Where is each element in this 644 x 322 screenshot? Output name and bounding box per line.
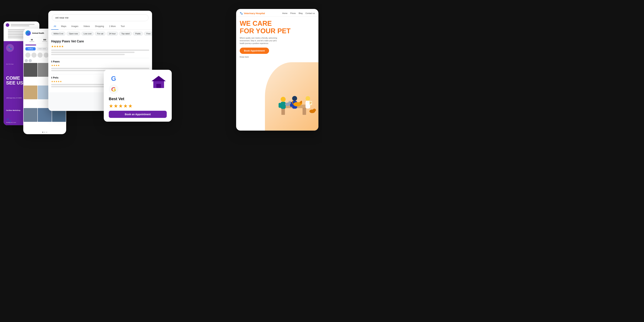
result2-stars: ★★★★: [51, 64, 149, 67]
page-dot-active: [42, 132, 43, 133]
filter-chips-row: Within 5 mi Open now Low cost For cat 24…: [48, 30, 152, 38]
paw-logo: 🐾: [6, 44, 14, 52]
nav-blog[interactable]: Blog: [298, 12, 302, 14]
svg-point-12: [292, 96, 297, 101]
house-icon: [150, 74, 167, 88]
google-g-icon: G: [109, 74, 118, 84]
deco-paw: 🐾: [6, 118, 12, 123]
tab-images[interactable]: Images: [69, 23, 81, 30]
poster-avatar: [6, 23, 9, 27]
vet-nav-links: Home Prices Blog Contact us: [282, 12, 315, 14]
result1-stars: ★★★★★: [51, 45, 149, 48]
tab-all[interactable]: All: [51, 23, 58, 30]
tab-more[interactable]: 1 More: [106, 23, 118, 30]
page-dot: [44, 132, 45, 133]
review-header: G G: [109, 74, 167, 94]
chip-free[interactable]: Free: [144, 32, 152, 36]
insta-account-name: Animal Health: [32, 32, 44, 34]
insta-photo-cell: [24, 108, 38, 122]
search-tabs-bar: All Maps Images Videos Shopping 1 More T…: [48, 23, 152, 30]
book-appointment-button[interactable]: Book an Appointment: [109, 111, 167, 118]
vet-brand-name: Veterinary Hospital: [244, 12, 265, 15]
chip-for-cat[interactable]: For cat: [95, 32, 106, 36]
chip-top-rated[interactable]: Top rated: [119, 32, 132, 36]
poster-subtitle-line: [11, 26, 29, 26]
vet-logo: 🐾 Veterinary Hospital: [240, 12, 265, 15]
svg-rect-4: [156, 84, 161, 88]
result2-title[interactable]: t Paws: [51, 60, 149, 63]
chip-within-5mi[interactable]: Within 5 mi: [51, 32, 66, 36]
vet-headline: WE CARE FOR YOUR PET: [240, 20, 315, 35]
follow-button[interactable]: Follow: [26, 47, 36, 50]
vet-know-more[interactable]: Know more: [240, 56, 315, 58]
result1-title[interactable]: Happy Paws Vet Care: [51, 40, 149, 43]
stat-line: [29, 41, 34, 42]
insta-followers-stat: 999: [42, 39, 47, 42]
svg-rect-28: [309, 101, 312, 105]
vet-hero-section: WE CARE FOR YOUR PET Where quality care …: [236, 17, 318, 130]
insta-photo-cell: [24, 86, 38, 99]
svg-marker-22: [290, 100, 291, 102]
svg-point-20: [288, 102, 291, 104]
page-dot: [46, 132, 47, 133]
tab-maps[interactable]: Maps: [58, 23, 69, 30]
nav-home[interactable]: Home: [282, 12, 287, 14]
search-bar[interactable]: vet near me: [52, 14, 148, 21]
svg-rect-26: [306, 102, 308, 107]
chip-24hour[interactable]: 24 hour: [106, 32, 118, 36]
insta-page-dots: [23, 130, 66, 134]
google-logo-group: G G: [109, 74, 118, 94]
paw-icon: 🐾: [240, 12, 243, 15]
mini-avatar: [32, 52, 36, 58]
tab-shopping[interactable]: Shopping: [92, 23, 106, 30]
svg-rect-10: [278, 103, 281, 108]
mini-avatar: [26, 52, 30, 58]
nav-prices[interactable]: Prices: [290, 12, 296, 14]
insta-posts-stat: 99: [29, 39, 34, 42]
chip-open-now[interactable]: Open now: [66, 32, 80, 36]
google-g-letter: G: [109, 84, 118, 94]
chip-low-cost[interactable]: Low cost: [82, 32, 94, 36]
vet-book-button[interactable]: Book Appointment: [240, 48, 269, 54]
svg-marker-3: [152, 76, 166, 81]
search-bar-wrapper: vet near me: [48, 11, 152, 23]
vet-illustration: [269, 68, 318, 130]
svg-point-23: [306, 96, 310, 101]
mini-avatar: [44, 52, 49, 58]
stat-line: [42, 41, 47, 42]
insta-bio-line: [26, 44, 36, 46]
svg-point-33: [313, 108, 316, 112]
nav-contact[interactable]: Contact us: [305, 12, 315, 14]
svg-marker-21: [288, 100, 290, 102]
vet-subtext: Where quality care meets a friendly, wel…: [240, 37, 279, 45]
tab-videos[interactable]: Videos: [81, 23, 92, 30]
poster-title-line: [11, 24, 34, 25]
text-line: [8, 38, 24, 38]
message-button[interactable]: [37, 47, 48, 50]
vet-website-card: 🐾 Veterinary Hospital Home Prices Blog C…: [236, 9, 318, 130]
tab-tools[interactable]: Tool: [118, 23, 127, 30]
mini-avatar: [38, 52, 42, 58]
svg-rect-7: [302, 108, 306, 115]
chip-public[interactable]: Public: [133, 32, 143, 36]
svg-point-8: [281, 97, 286, 102]
insta-photo-cell: [24, 63, 38, 77]
insta-avatar: 🐾: [26, 30, 31, 36]
divider: [51, 58, 149, 58]
mini-photo: [25, 59, 28, 62]
review-card: G G Best Vet ★★★★★ Book an Appointment: [104, 70, 172, 122]
search-query: vet near me: [55, 16, 68, 19]
svg-rect-11: [283, 103, 286, 108]
result1-lines: [51, 50, 149, 55]
review-title: Best Vet: [109, 96, 167, 101]
vet-scene-svg: [269, 68, 318, 130]
vet-nav: 🐾 Veterinary Hospital Home Prices Blog C…: [236, 9, 318, 17]
review-stars: ★★★★★: [109, 103, 167, 109]
mini-photo: [28, 59, 32, 62]
